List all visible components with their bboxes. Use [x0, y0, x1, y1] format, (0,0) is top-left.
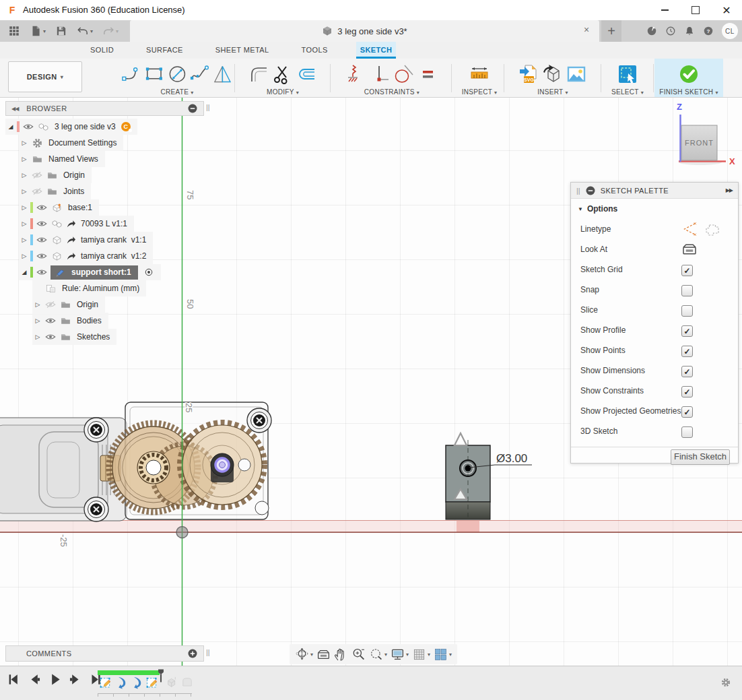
- undo-button[interactable]: ▾: [74, 24, 96, 38]
- add-comment-icon[interactable]: [187, 648, 198, 659]
- eye-off-icon[interactable]: [32, 170, 42, 181]
- browser-item-base-1[interactable]: ▷base:1: [19, 199, 99, 216]
- timeline-future-extrude[interactable]: [164, 676, 178, 689]
- canvas-img-icon[interactable]: [566, 63, 587, 85]
- timeline-feature-sketch[interactable]: [99, 676, 112, 689]
- support-part[interactable]: Ø3.00: [446, 433, 532, 520]
- browser-item-tamiya-crank-v1-2[interactable]: ▷tamiya crank v1:2: [19, 248, 153, 264]
- timeline-feature-revolve[interactable]: [114, 676, 128, 689]
- mesh-icon[interactable]: [542, 63, 564, 85]
- panel-minimize-icon[interactable]: [187, 103, 198, 114]
- trim-icon[interactable]: [272, 63, 294, 85]
- mirror-icon[interactable]: [212, 63, 233, 85]
- show-projected-geometries-checkbox[interactable]: ✓: [681, 406, 693, 418]
- timeline-feature-revolve[interactable]: [130, 676, 143, 689]
- browser-item-document-settings[interactable]: ▷Document Settings: [19, 135, 123, 151]
- eye-on-icon[interactable]: [45, 331, 56, 342]
- viewports-button[interactable]: ▾: [434, 647, 452, 662]
- ribbon-tab-sketch[interactable]: SKETCH: [356, 42, 397, 59]
- comments-bar[interactable]: COMMENTS: [5, 645, 204, 662]
- browser-item-origin[interactable]: ▷Origin: [32, 296, 105, 313]
- show-profile-checkbox[interactable]: ✓: [681, 325, 693, 337]
- browser-item-tamiya-crank-v1-1[interactable]: ▷tamiya crank v1:1: [19, 232, 153, 248]
- gearbox-assembly[interactable]: [0, 402, 271, 521]
- selected-item-chip[interactable]: support short:1: [50, 265, 138, 280]
- expander-icon[interactable]: ◢: [5, 123, 16, 130]
- radio-icon[interactable]: [143, 267, 154, 278]
- measure-icon[interactable]: [469, 63, 490, 85]
- eye-off-icon[interactable]: [45, 299, 56, 310]
- show-points-checkbox[interactable]: ✓: [681, 346, 693, 357]
- eye-on-icon[interactable]: [23, 121, 34, 132]
- browser-item-support-short-1[interactable]: ◢support short:1: [19, 264, 161, 280]
- browser-item-bodies[interactable]: ▷Bodies: [32, 313, 108, 329]
- options-section-header[interactable]: ▼ Options: [571, 199, 738, 219]
- eye-on-icon[interactable]: [36, 251, 47, 261]
- close-button[interactable]: ✕: [711, 0, 742, 20]
- browser-item-joints[interactable]: ▷Joints: [19, 183, 91, 199]
- slice-checkbox[interactable]: [681, 305, 693, 317]
- skip-start-button[interactable]: [7, 672, 22, 687]
- comments-drag-grip[interactable]: ||: [206, 648, 210, 656]
- bolt[interactable]: [84, 497, 108, 521]
- timeline-feature-sketch[interactable]: [145, 676, 159, 689]
- notifications-icon[interactable]: [684, 26, 695, 36]
- maximize-button[interactable]: [680, 0, 711, 20]
- job-status-icon[interactable]: [665, 26, 676, 36]
- browser-item-sketches[interactable]: ▷Sketches: [32, 329, 116, 345]
- insert-svg-icon[interactable]: SVG: [518, 63, 540, 85]
- offset-icon[interactable]: [296, 63, 317, 85]
- panel-minimize-icon[interactable]: [585, 185, 596, 196]
- fit-button[interactable]: ▾: [369, 647, 387, 662]
- sketch-palette-header[interactable]: || SKETCH PALETTE ▶▶: [571, 183, 738, 199]
- eye-on-icon[interactable]: [36, 234, 47, 245]
- browser-drag-grip[interactable]: ||: [206, 103, 210, 111]
- browser-item-origin[interactable]: ▷Origin: [19, 167, 92, 183]
- group-label-dropdown[interactable]: SELECT ▾: [603, 88, 652, 96]
- minimize-button[interactable]: [649, 0, 680, 20]
- timeline-progress-bar[interactable]: [98, 670, 160, 675]
- expander-icon[interactable]: ◢: [19, 269, 30, 276]
- origin-point[interactable]: [176, 527, 188, 538]
- display-button[interactable]: ▾: [391, 647, 409, 662]
- eye-on-icon[interactable]: [36, 202, 47, 213]
- eye-off-icon[interactable]: [32, 186, 42, 197]
- ribbon-tab-surface[interactable]: SURFACE: [142, 42, 187, 59]
- view-cube[interactable]: FRONT Z X: [677, 102, 735, 166]
- gridset-button[interactable]: ▾: [412, 647, 430, 662]
- eye-on-icon[interactable]: [45, 315, 56, 326]
- browser-item-named-views[interactable]: ▷Named Views: [19, 151, 105, 167]
- group-label-dropdown[interactable]: INSPECT ▾: [457, 88, 502, 96]
- new-tab-button[interactable]: +: [601, 20, 621, 42]
- document-tab[interactable]: 3 leg one side v3* ×: [130, 20, 599, 42]
- orbit-button[interactable]: ▾: [295, 647, 313, 662]
- line-icon[interactable]: [121, 63, 142, 85]
- fillet-icon[interactable]: [248, 63, 270, 85]
- file-button[interactable]: ▾: [27, 24, 48, 38]
- spline-icon[interactable]: [189, 63, 210, 85]
- avatar[interactable]: CL: [722, 23, 738, 39]
- equal-icon[interactable]: [417, 63, 438, 85]
- expander-icon[interactable]: ▷: [32, 317, 43, 324]
- linetype-projected-icon[interactable]: [704, 221, 720, 237]
- collapse-panel-icon[interactable]: ◀◀: [11, 106, 18, 112]
- tangent-icon[interactable]: [393, 63, 415, 85]
- step-back-button[interactable]: [27, 672, 42, 687]
- play-button[interactable]: [47, 672, 63, 687]
- step-forward-button[interactable]: [67, 672, 83, 687]
- rect-icon[interactable]: [144, 63, 165, 85]
- expander-icon[interactable]: ▷: [32, 301, 43, 308]
- expander-icon[interactable]: ▷: [19, 220, 30, 227]
- timeline-settings-icon[interactable]: [720, 677, 731, 691]
- expander-icon[interactable]: ▷: [19, 156, 30, 162]
- finish-icon[interactable]: [678, 63, 700, 85]
- sketch-grid-checkbox[interactable]: ✓: [681, 265, 693, 276]
- ribbon-tab-solid[interactable]: SOLID: [86, 42, 118, 59]
- group-label-dropdown[interactable]: INSERT ▾: [506, 88, 599, 96]
- sketch-plane-band[interactable]: [0, 521, 742, 533]
- browser-header[interactable]: ◀◀ BROWSER: [5, 101, 204, 116]
- workspace-selector[interactable]: DESIGN▾: [8, 61, 82, 92]
- expander-icon[interactable]: ▷: [19, 139, 30, 146]
- finish-sketch-button[interactable]: Finish Sketch: [671, 449, 730, 465]
- expander-icon[interactable]: ▷: [19, 172, 30, 179]
